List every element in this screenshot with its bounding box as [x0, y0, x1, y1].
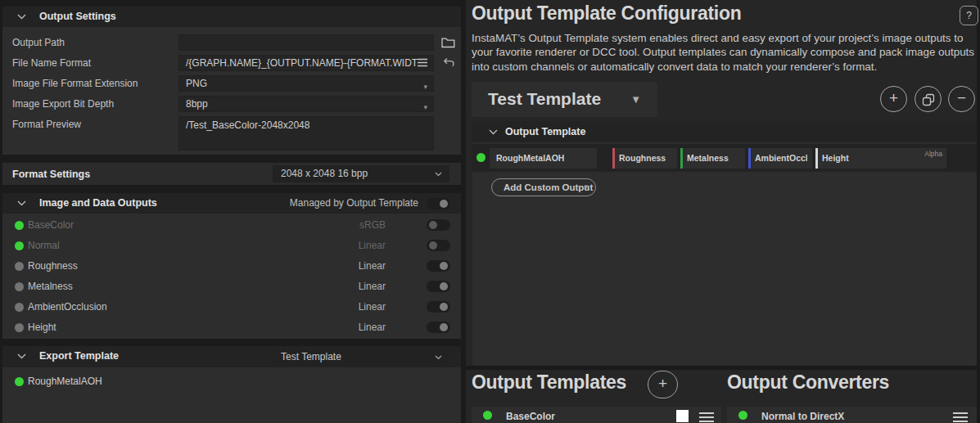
chevron-down-icon	[17, 200, 26, 206]
status-dot	[15, 377, 24, 386]
file-name-format-field[interactable]: /{GRAPH.NAME}_{OUTPUT.NAME}-{FORMAT.WIDT	[178, 55, 434, 71]
status-dot	[15, 282, 24, 291]
output-row-roughness[interactable]: Roughness Linear	[2, 256, 461, 277]
image-and-data-outputs-header[interactable]: Image and Data Outputs Managed by Output…	[2, 193, 461, 214]
channel-chip-metalness[interactable]: Metalness	[680, 148, 745, 169]
export-toggle[interactable]	[427, 260, 450, 272]
status-dot	[738, 411, 747, 420]
format-preview-label: Format Preview	[12, 116, 81, 133]
toggle-knob	[440, 303, 448, 311]
selected-value: PNG	[186, 78, 207, 89]
output-name: BaseColor	[28, 219, 74, 231]
add-output-template-button[interactable]: +	[648, 371, 678, 398]
section-title: Output Settings	[39, 11, 116, 22]
output-row-metalness[interactable]: Metalness Linear	[2, 277, 461, 297]
channel-chip-ambientocclusion[interactable]: AmbientOcclusi…	[748, 148, 812, 169]
managed-by-output-template-label: Managed by Output Template	[290, 197, 418, 209]
output-template-configuration-pane: Output Template Configuration ? InstaMAT…	[466, 0, 977, 423]
output-converters-title: Output Converters	[727, 371, 889, 394]
entry-name: RoughMetalAOH	[496, 153, 564, 163]
output-path-label: Output Path	[12, 34, 65, 51]
status-dot	[476, 153, 485, 162]
output-path-field[interactable]	[178, 34, 434, 51]
color-swatch[interactable]	[676, 410, 689, 422]
format-preview-field: /Test_BaseColor-2048x2048	[178, 116, 434, 151]
status-dot	[15, 241, 24, 250]
export-template-header[interactable]: Export Template Test Template	[2, 346, 461, 367]
template-entry-row: RoughMetalAOH Roughness Metalness Ambien…	[472, 144, 977, 172]
output-name: Height	[28, 322, 56, 333]
template-entry-name-chip[interactable]: RoughMetalAOH	[490, 148, 597, 169]
image-file-format-extension-select[interactable]: PNG ▾	[178, 75, 434, 92]
template-selector[interactable]: Test Template ▼	[472, 82, 657, 117]
toggle-knob	[440, 262, 448, 270]
hamburger-icon[interactable]	[952, 412, 969, 423]
template-selector-value: Test Template	[488, 89, 601, 109]
alpha-tag: Alpha	[924, 150, 942, 158]
output-template-list-item[interactable]: BaseColor	[472, 407, 721, 423]
channel-label: AmbientOcclusi…	[755, 153, 807, 163]
duplicate-template-button[interactable]	[915, 86, 942, 112]
image-export-bit-depth-select[interactable]: 8bpp ▾	[178, 96, 434, 112]
channel-chip-roughness[interactable]: Roughness	[612, 148, 677, 169]
description-text: InstaMAT’s Output Template system enable…	[472, 31, 980, 74]
output-row-ambientocclusion[interactable]: AmbientOcclusion Linear	[2, 297, 461, 317]
output-converter-list-item[interactable]: Normal to DirectX	[727, 407, 977, 423]
output-template-box: Output Template RoughMetalAOH Roughness …	[472, 121, 977, 366]
format-settings-bar: Format Settings 2048 x 2048 16 bpp	[2, 163, 461, 185]
hamburger-icon[interactable]	[698, 412, 715, 423]
output-settings-section: Output Settings Output Path File Name Fo…	[2, 7, 461, 155]
output-template-header[interactable]: Output Template	[472, 121, 977, 142]
colorspace-label: Linear	[359, 322, 386, 333]
output-row-height[interactable]: Height Linear	[2, 317, 461, 338]
reset-icon[interactable]	[443, 57, 455, 67]
selected-value: 2048 x 2048 16 bpp	[281, 168, 368, 179]
help-icon[interactable]: ?	[960, 6, 978, 25]
selected-value: 8bpp	[186, 98, 208, 110]
output-name: AmbientOcclusion	[28, 301, 107, 313]
export-toggle[interactable]	[427, 281, 450, 292]
add-custom-output-button[interactable]: Add Custom Output ▾	[491, 178, 596, 196]
folder-icon[interactable]	[441, 37, 455, 48]
channel-color-bar	[612, 148, 615, 169]
list-item-name: BaseColor	[506, 411, 555, 422]
chevron-down-icon	[435, 355, 442, 360]
image-and-data-outputs-section: Image and Data Outputs Managed by Output…	[2, 193, 461, 339]
output-name: Normal	[28, 240, 60, 251]
export-toggle[interactable]	[427, 240, 450, 251]
output-row-normal[interactable]: Normal Linear	[2, 236, 461, 256]
dropdown-caret-icon: ▾	[423, 79, 427, 92]
dropdown-caret-icon: ▾	[423, 100, 427, 112]
status-dot	[15, 323, 24, 332]
colorspace-label: Linear	[359, 301, 386, 313]
section-title: Output Template	[505, 126, 585, 137]
export-template-item[interactable]: RoughMetalAOH	[2, 371, 461, 392]
colorspace-label: Linear	[359, 281, 386, 292]
output-row-basecolor[interactable]: BaseColor sRGB	[2, 215, 461, 236]
item-name: RoughMetalAOH	[28, 376, 102, 387]
channel-color-bar	[815, 148, 818, 169]
export-toggle[interactable]	[427, 322, 450, 333]
format-settings-label: Format Settings	[12, 166, 90, 182]
export-toggle[interactable]	[427, 301, 450, 313]
toggle-knob	[440, 200, 448, 208]
output-templates-title: Output Templates	[472, 371, 626, 394]
export-template-select[interactable]: Test Template	[273, 349, 449, 366]
status-dot	[15, 221, 24, 230]
channel-color-bar	[680, 148, 683, 169]
chevron-down-icon	[489, 129, 498, 135]
add-template-button[interactable]: +	[880, 86, 907, 112]
remove-template-button[interactable]: −	[948, 86, 975, 112]
channel-label: Roughness	[619, 153, 666, 163]
section-title: Export Template	[39, 350, 119, 362]
output-name: Metalness	[28, 281, 73, 292]
status-dot	[15, 262, 24, 271]
output-settings-header[interactable]: Output Settings	[2, 7, 461, 27]
list-icon[interactable]	[417, 58, 428, 67]
format-settings-select[interactable]: 2048 x 2048 16 bpp	[273, 165, 449, 182]
export-toggle[interactable]	[427, 219, 450, 231]
managed-by-output-template-toggle[interactable]	[427, 198, 450, 209]
toggle-knob	[440, 282, 448, 290]
page-title: Output Template Configuration	[472, 2, 741, 25]
channel-chip-height[interactable]: Height Alpha	[815, 148, 946, 169]
